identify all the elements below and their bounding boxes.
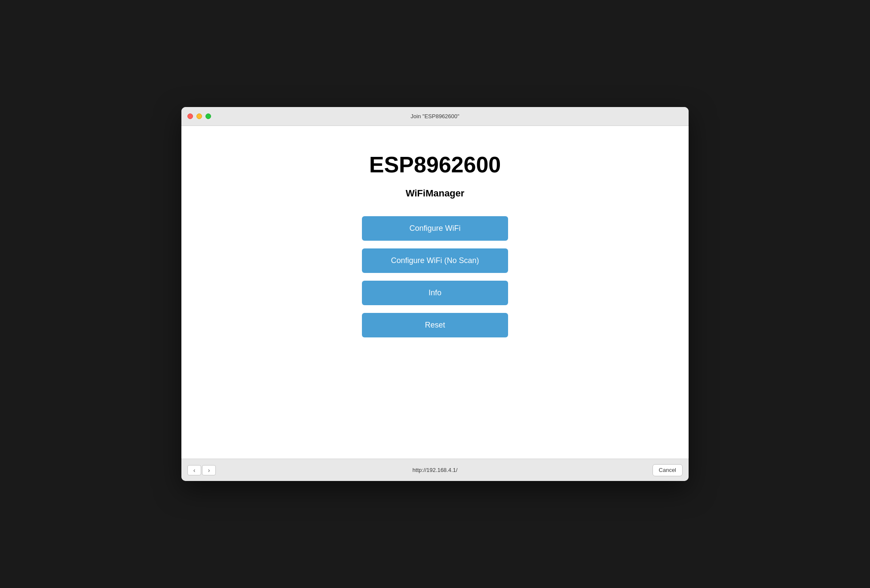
window-title: Join "ESP8962600" (410, 113, 459, 119)
action-buttons: Configure WiFi Configure WiFi (No Scan) … (362, 216, 508, 337)
minimize-button[interactable] (196, 113, 202, 119)
network-name: ESP8962600 (369, 152, 501, 178)
navigation-buttons: ‹ › (187, 465, 216, 475)
configure-wifi-button[interactable]: Configure WiFi (362, 216, 508, 241)
subtitle-label: WiFiManager (406, 188, 465, 199)
titlebar: Join "ESP8962600" (181, 107, 689, 126)
window-controls (187, 113, 211, 119)
back-button[interactable]: ‹ (187, 465, 201, 475)
main-content: ESP8962600 WiFiManager Configure WiFi Co… (181, 126, 689, 459)
close-button[interactable] (187, 113, 193, 119)
info-button[interactable]: Info (362, 281, 508, 305)
cancel-button[interactable]: Cancel (652, 464, 683, 476)
configure-wifi-noscan-button[interactable]: Configure WiFi (No Scan) (362, 248, 508, 273)
browser-window: Join "ESP8962600" ESP8962600 WiFiManager… (181, 107, 689, 481)
forward-icon: › (208, 467, 210, 474)
reset-button[interactable]: Reset (362, 313, 508, 337)
forward-button[interactable]: › (202, 465, 216, 475)
back-icon: ‹ (193, 467, 196, 474)
maximize-button[interactable] (205, 113, 211, 119)
bottom-bar: ‹ › http://192.168.4.1/ Cancel (181, 459, 689, 481)
url-display: http://192.168.4.1/ (413, 467, 458, 473)
